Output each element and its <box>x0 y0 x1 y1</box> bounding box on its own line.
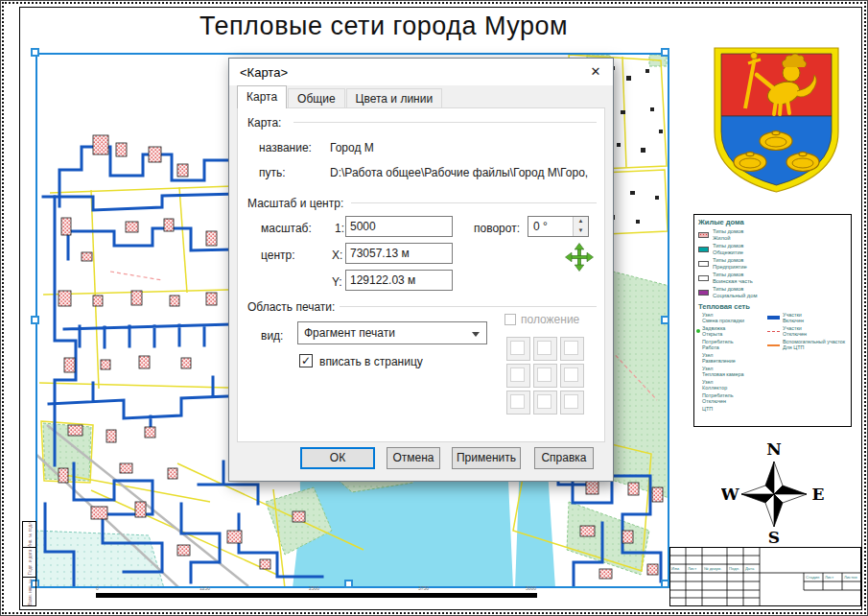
position-cell[interactable] <box>560 391 584 415</box>
legend-section-header: Жилые дома <box>698 218 851 226</box>
group-separator <box>340 306 597 307</box>
fit-to-page-checkbox[interactable]: ✓ <box>299 354 313 367</box>
legend-section-header: Тепловая сеть <box>698 302 851 311</box>
tab-page-karta: Карта: название: Город М путь: D:\Работа… <box>237 107 605 442</box>
name-value: Город М <box>330 141 374 154</box>
apply-button[interactable]: Применить <box>452 447 521 469</box>
legend-item: Типы домовВоинская часть <box>698 271 851 285</box>
group-separator <box>293 122 597 123</box>
svg-text:Листов: Листов <box>844 575 857 580</box>
view-label: вид: <box>261 329 283 343</box>
map-handle-top-right[interactable] <box>661 48 669 57</box>
x-label: X: <box>332 249 342 262</box>
name-label: название: <box>259 141 312 154</box>
compass-n-label: N <box>766 439 782 459</box>
spin-down-icon[interactable]: ▼ <box>574 226 588 236</box>
rotation-spinner[interactable]: 0 ° ▲▼ <box>528 216 589 237</box>
center-x-input[interactable] <box>345 243 453 264</box>
legend-row: ПотребительОтключен <box>694 392 851 406</box>
svg-text:Стадия: Стадия <box>806 575 819 580</box>
legend-row: УзелРазветвление <box>694 352 851 366</box>
close-icon[interactable]: ✕ <box>578 59 613 85</box>
rotation-value: 0 ° <box>533 220 548 233</box>
svg-text:Подп.: Подп. <box>729 566 739 571</box>
legend-row: УзелТепловая камера <box>694 366 851 379</box>
line-swatch-aux <box>767 344 780 346</box>
compass-graphic: N E S W <box>721 439 829 547</box>
center-label: центр: <box>261 249 295 262</box>
frame-side-strip: Инв. № подл. Подп. и дата Взам. инв. № <box>22 521 36 606</box>
spinner-buttons[interactable]: ▲▼ <box>573 217 588 236</box>
compass-s-label: S <box>768 528 780 547</box>
position-checkbox[interactable] <box>504 314 516 325</box>
map-legend[interactable]: Жилые дома Типы домовЖилой Типы домовОбщ… <box>693 214 852 427</box>
position-cell[interactable] <box>560 364 584 388</box>
map-handle-top-left[interactable] <box>31 48 39 57</box>
line-swatch-on <box>767 316 780 320</box>
ok-button[interactable]: ОК <box>300 447 375 469</box>
legend-row: ЦТП <box>694 406 851 419</box>
compass-w-label: W <box>721 485 739 504</box>
cancel-button[interactable]: Отмена <box>387 447 440 469</box>
group-map-header: Карта: <box>247 116 281 130</box>
svg-text:Дата: Дата <box>745 566 755 571</box>
scale-bar[interactable] <box>96 593 537 598</box>
position-cell[interactable] <box>506 364 530 388</box>
legend-item: Типы домовОбщежитие <box>698 242 851 256</box>
coat-of-arms-graphic <box>707 43 846 199</box>
coat-of-arms[interactable] <box>707 43 846 199</box>
map-properties-dialog: <Карта> ✕ Карта Общие Цвета и линии Карт… <box>228 58 614 482</box>
map-handle-right[interactable] <box>661 316 669 324</box>
legend-item: Типы домовСоциальный дом <box>698 285 851 299</box>
dialog-titlebar[interactable]: <Карта> ✕ <box>229 59 613 85</box>
swatch-social <box>698 290 709 296</box>
page-title: Тепловые сети города Муром <box>134 12 633 41</box>
swatch-military <box>698 275 709 281</box>
line-swatch-off <box>767 331 780 332</box>
tab-tsveta-i-linii[interactable]: Цвета и линии <box>346 88 443 108</box>
frame-side-cell: Инв. № подл. <box>23 522 35 548</box>
swatch-dormitory <box>698 247 709 252</box>
position-cell[interactable] <box>506 391 530 415</box>
tab-karta[interactable]: Карта <box>237 85 287 108</box>
help-button[interactable]: Справка <box>534 447 594 469</box>
pan-arrows-icon[interactable] <box>565 243 594 272</box>
map-handle-left[interactable] <box>31 316 39 324</box>
rotation-label: поворот: <box>474 222 520 235</box>
group-print-header: Область печати: <box>247 300 335 314</box>
scale-input[interactable] <box>345 216 453 237</box>
y-label: Y: <box>332 275 342 289</box>
svg-text:Лист: Лист <box>825 575 833 580</box>
print-view-value: Фрагмент печати <box>304 326 395 340</box>
frame-side-cell: Взам. инв. № <box>23 578 35 605</box>
swatch-residential <box>698 232 709 238</box>
compass-rose[interactable]: N E S W <box>721 439 829 547</box>
chevron-down-icon <box>472 332 480 337</box>
path-label: путь: <box>259 166 286 179</box>
position-label: положение <box>521 313 579 326</box>
map-handle-bottom-right[interactable] <box>661 580 669 588</box>
position-cell[interactable] <box>533 391 557 415</box>
legend-row: ЗадвижкаОткрыта УчасткиОтключен <box>694 325 851 339</box>
spin-up-icon[interactable]: ▲ <box>574 217 588 226</box>
legend-row: УзелКоллектор <box>694 379 851 392</box>
center-y-input[interactable] <box>345 270 453 291</box>
group-scale-header: Масштаб и центр: <box>247 197 343 210</box>
position-cell[interactable] <box>506 337 530 361</box>
print-view-select[interactable]: Фрагмент печати <box>297 321 487 344</box>
position-cell[interactable] <box>533 364 557 388</box>
position-cell[interactable] <box>560 337 584 361</box>
title-block: Изм. Лист № докум. Подп. Дата Стадия Лис… <box>669 547 861 606</box>
dialog-title: <Карта> <box>240 65 288 80</box>
legend-row: ПотребительРабота Вспомогательный участо… <box>694 339 851 352</box>
group-separator <box>351 202 597 203</box>
scale-prefix: 1: <box>335 222 344 235</box>
valve-open-icon <box>696 329 700 333</box>
legend-row: УзелСмена прокладки УчасткиВключен <box>694 312 851 325</box>
position-grid[interactable] <box>506 337 584 415</box>
tab-obshchie[interactable]: Общие <box>288 88 344 108</box>
compass-e-label: E <box>812 485 825 504</box>
legend-item: Типы домовЖилой <box>698 227 851 242</box>
svg-text:Лист: Лист <box>688 566 696 571</box>
position-cell[interactable] <box>533 337 557 361</box>
